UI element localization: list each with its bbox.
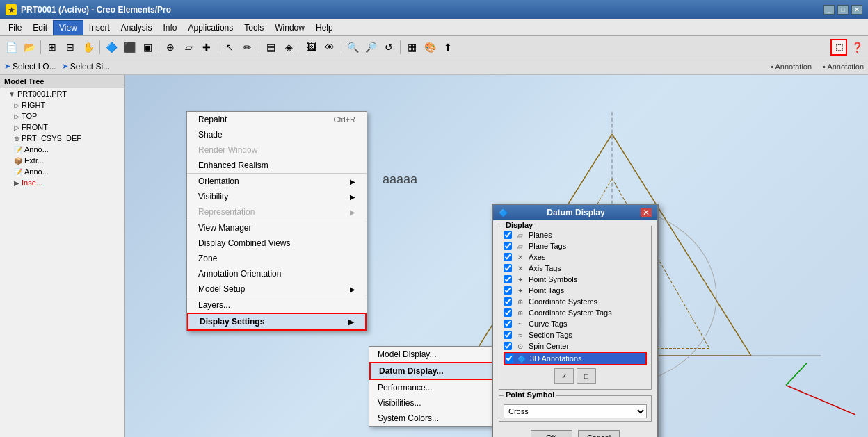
chk-axes[interactable] (504, 253, 512, 261)
csys-btn[interactable]: ✚ (198, 39, 215, 56)
vm-zone[interactable]: Zone (187, 251, 367, 266)
pan-btn[interactable]: ✋ (80, 39, 97, 56)
tree-item-anno1[interactable]: 📝 Anno... (0, 144, 124, 155)
help-toolbar-btn[interactable]: ❓ (849, 39, 865, 56)
menu-tools[interactable]: Tools (239, 20, 269, 35)
tree-item-prt[interactable]: ▼ PRT0001.PRT (0, 88, 124, 99)
menu-window[interactable]: Window (269, 20, 310, 35)
select-btn[interactable]: ↖ (221, 39, 238, 56)
chk-coord-systems[interactable] (504, 297, 512, 306)
ok-button[interactable]: OK (531, 430, 572, 437)
chk-plane-tags[interactable] (504, 242, 512, 250)
shading-btn[interactable]: ⬛ (121, 39, 138, 56)
sketch-btn[interactable]: ✏ (239, 39, 256, 56)
point-symbol-group-label: Point Symbol (504, 390, 556, 399)
check-point-symbols: ✦ Point Symbols (504, 274, 647, 285)
vm-render-window: Render Window (187, 142, 367, 158)
minimize-btn[interactable]: _ (823, 5, 835, 15)
maximize-btn[interactable]: □ (837, 5, 849, 15)
menu-file[interactable]: File (3, 20, 27, 35)
axes-btn[interactable]: ⊕ (162, 39, 179, 56)
wire-btn[interactable]: ▣ (139, 39, 156, 56)
close-btn[interactable]: ✕ (851, 5, 862, 15)
dsm-performance[interactable]: Performance... (369, 380, 493, 395)
tree-item-top[interactable]: ▷ TOP (0, 110, 124, 122)
new-btn[interactable]: 📄 (3, 39, 19, 56)
chk-point-symbols[interactable] (504, 275, 512, 283)
cancel-button[interactable]: Cancel (578, 430, 620, 437)
dsm-system-colors[interactable]: System Colors... (369, 411, 493, 426)
tree-item-right[interactable]: ▷ RIGHT (0, 99, 124, 110)
tree-csys-label: PRT_CSYS_DEF (22, 134, 81, 142)
vm-model-setup[interactable]: Model Setup ▶ (187, 281, 367, 297)
sep1 (40, 40, 41, 54)
menu-analysis[interactable]: Analysis (115, 20, 158, 35)
check-axes: ✕ Axes (504, 252, 647, 263)
vm-layers[interactable]: Layers... (187, 297, 367, 313)
export-btn[interactable]: ⬆ (440, 39, 456, 56)
point-symbol-select[interactable]: Cross Dot Circle Triangle Square (504, 404, 647, 418)
coord-systems-label: Coordinate Systems (529, 297, 597, 306)
chk-section-tags[interactable] (504, 331, 512, 339)
menu-insert[interactable]: Insert (83, 20, 115, 35)
chk-point-tags[interactable] (504, 286, 512, 295)
menu-view[interactable]: View (53, 20, 83, 35)
menu-applications[interactable]: Applications (183, 20, 239, 35)
tree-item-extr[interactable]: 📦 Extr... (0, 155, 124, 166)
dsm-datum-display[interactable]: Datum Display... (369, 362, 493, 380)
vm-model-setup-label: Model Setup (198, 284, 245, 294)
point-symbols-label: Point Symbols (529, 275, 577, 283)
vm-shade[interactable]: Shade (187, 127, 367, 142)
section-tags-label: Section Tags (529, 331, 572, 339)
svg-line-10 (786, 363, 807, 386)
select-lo-item[interactable]: ➤ Select LO... (4, 62, 56, 72)
tree-item-csys[interactable]: ⊕ PRT_CSYS_DEF (0, 133, 124, 144)
layer-btn[interactable]: ▦ (403, 39, 420, 56)
tree-item-front[interactable]: ▷ FRONT (0, 122, 124, 133)
menu-edit[interactable]: Edit (27, 20, 53, 35)
chk-3d-annotations[interactable] (505, 354, 513, 363)
zoom-out-btn[interactable]: 🔎 (362, 39, 379, 56)
feature-btn[interactable]: ◈ (280, 39, 297, 56)
chk-curve-tags[interactable] (504, 320, 512, 328)
axis-tags-label: Axis Tags (529, 264, 561, 272)
hide-btn[interactable]: 👁 (321, 39, 338, 56)
vm-repaint[interactable]: Repaint Ctrl+R (187, 112, 367, 127)
rotate-btn[interactable]: ↺ (380, 39, 397, 56)
datum-display-toolbar-btn[interactable]: ⬚ (830, 39, 847, 56)
chk-spin-center[interactable] (504, 342, 512, 350)
vm-display-settings[interactable]: Display Settings ▶ (187, 313, 367, 331)
menu-info[interactable]: Info (158, 20, 183, 35)
select-si-item[interactable]: ➤ Select Si... (62, 62, 110, 72)
open-btn[interactable]: 📂 (21, 39, 38, 56)
vm-view-manager[interactable]: View Manager (187, 220, 367, 236)
check-axis-tags: ✕ Axis Tags (504, 263, 647, 274)
dsm-model-display[interactable]: Model Display... (369, 347, 493, 362)
tree-item-anno2[interactable]: 📝 Anno... (0, 166, 124, 177)
vm-orientation[interactable]: Orientation ▶ (187, 173, 367, 189)
color-btn[interactable]: 🎨 (421, 39, 438, 56)
check-all-btn[interactable]: ✓ (554, 368, 574, 384)
dsm-visibilities[interactable]: Visibilities... (369, 395, 493, 411)
fit-btn[interactable]: ⊟ (62, 39, 79, 56)
repaint-btn[interactable]: 🖼 (303, 39, 320, 56)
vm-annotation-orient[interactable]: Annotation Orientation (187, 266, 367, 281)
vm-display-combined[interactable]: Display Combined Views (187, 236, 367, 251)
vm-repaint-label: Repaint (198, 115, 227, 124)
menu-help[interactable]: Help (310, 20, 339, 35)
datum-btn[interactable]: ▤ (262, 39, 279, 56)
view3d-btn[interactable]: 🔷 (103, 39, 120, 56)
uncheck-all-btn[interactable]: □ (577, 368, 596, 384)
zoom-btn[interactable]: ⊞ (44, 39, 61, 56)
tree-item-inse[interactable]: ▶ Inse... (0, 177, 124, 188)
tree-anno2-icon: 📝 (14, 168, 22, 176)
vm-enhanced-realism[interactable]: Enhanced Realism (187, 158, 367, 173)
zoom-in-btn[interactable]: 🔍 (344, 39, 361, 56)
chk-coord-system-tags[interactable] (504, 308, 512, 317)
chk-planes[interactable] (504, 231, 512, 239)
tree-anno1-icon: 📝 (14, 146, 22, 154)
chk-axis-tags[interactable] (504, 264, 512, 272)
plane-btn[interactable]: ▱ (180, 39, 197, 56)
vm-visibility[interactable]: Visibility ▶ (187, 189, 367, 204)
dialog-close-btn[interactable]: ✕ (641, 208, 652, 217)
